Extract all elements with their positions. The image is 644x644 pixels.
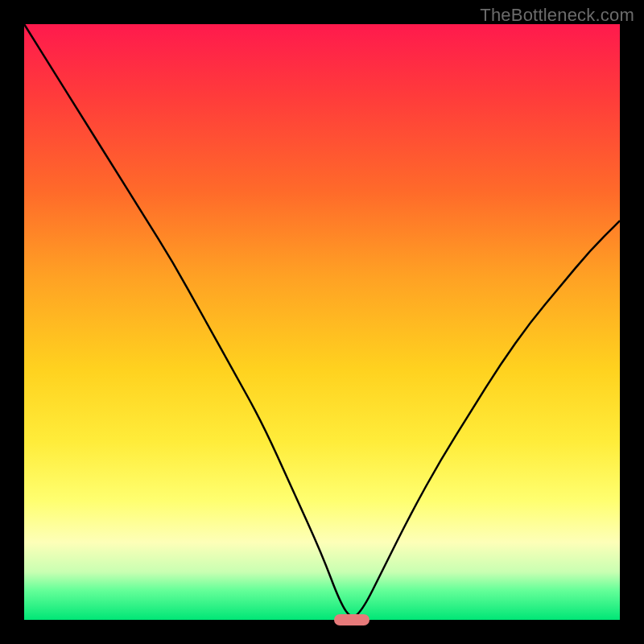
gradient-plot-area [24,24,620,620]
curve-path [24,24,620,617]
watermark-text: TheBottleneck.com [480,5,634,26]
chart-frame: TheBottleneck.com [0,0,644,644]
bottleneck-curve [24,24,620,620]
optimal-marker [334,614,369,625]
